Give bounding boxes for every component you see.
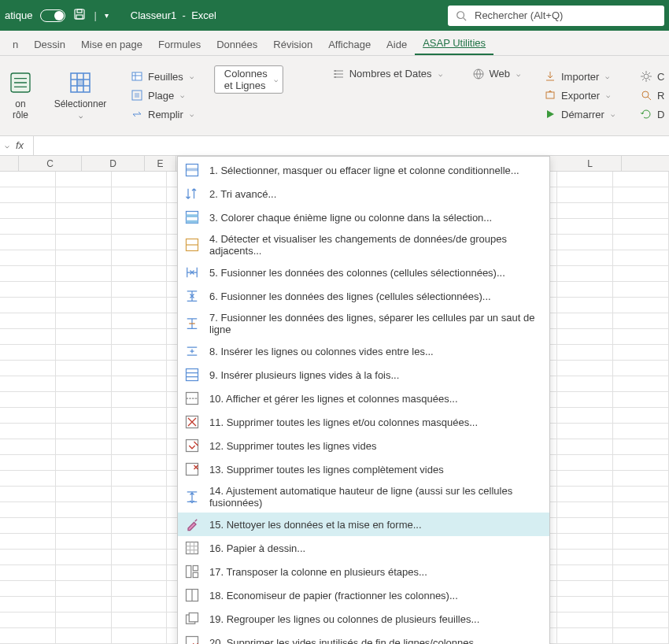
btn-remplir[interactable]: Remplir⌵ <box>126 105 198 123</box>
tab-donnees[interactable]: Données <box>209 34 265 55</box>
btn-options-r[interactable]: R <box>635 87 669 104</box>
svg-rect-30 <box>187 464 198 476</box>
autosave-label: atique <box>5 9 32 21</box>
tab-main-partial[interactable]: n <box>5 34 26 55</box>
tab-formules[interactable]: Formules <box>150 34 209 55</box>
refresh-icon <box>640 108 652 120</box>
chevron-down-icon: ⌵ <box>274 76 278 83</box>
btn-options-c[interactable]: C <box>635 68 669 85</box>
svg-rect-1 <box>77 9 82 13</box>
tab-mise-en-page[interactable]: Mise en page <box>73 34 150 55</box>
delete-empty-rows-icon <box>184 438 200 453</box>
grid-select-icon <box>68 70 93 95</box>
ribbon-group-left-partial: onrôle <box>0 56 41 135</box>
svg-rect-38 <box>187 637 198 645</box>
svg-rect-29 <box>187 440 198 452</box>
menu-item-7[interactable]: 7. Fusionner les données des lignes, sép… <box>178 308 549 339</box>
menu-item-17[interactable]: 17. Transposer la colonne en plusieurs é… <box>178 560 549 583</box>
formula-input[interactable] <box>33 136 664 156</box>
chevron-down-icon: ⌵ <box>190 72 194 80</box>
btn-exporter[interactable]: Exporter⌵ <box>539 87 619 104</box>
chevron-down-icon: ⌵ <box>606 91 610 99</box>
menu-item-4[interactable]: 4. Détecter et visualiser les changement… <box>178 229 549 261</box>
btn-web[interactable]: Web⌵ <box>468 65 526 83</box>
paper-saver-icon <box>184 587 200 603</box>
svg-point-14 <box>334 76 336 78</box>
menu-item-15[interactable]: 15. Nettoyer les données et la mise en f… <box>178 513 549 536</box>
gear-icon <box>640 70 652 83</box>
menu-item-1[interactable]: 1. Sélectionner, masquer ou effacer lign… <box>178 158 549 182</box>
menu-item-20[interactable]: 20. Supprimer les vides inutilisés de fi… <box>178 631 549 644</box>
play-icon <box>544 108 556 120</box>
insert-rows-icon <box>184 367 200 383</box>
colonnes-lignes-menu: 1. Sélectionner, masquer ou effacer lign… <box>177 156 550 644</box>
menu-item-8[interactable]: 8. Insérer les lignes ou colonnes vides … <box>178 339 549 363</box>
chevron-down-icon: ⌵ <box>180 91 184 99</box>
svg-rect-34 <box>193 572 198 577</box>
btn-demarrer[interactable]: Démarrer⌵ <box>539 105 619 123</box>
delete-all-empty-icon <box>184 461 200 477</box>
btn-partial-left[interactable]: onrôle <box>5 59 36 131</box>
name-box-chevron-icon[interactable]: ⌵ <box>5 141 9 150</box>
btn-selectionner-label: Sélectionner⌵ <box>54 98 107 121</box>
chevron-down-icon: ⌵ <box>190 110 194 118</box>
detect-changes-icon <box>184 237 200 253</box>
fill-icon <box>131 108 143 120</box>
menu-item-18[interactable]: 18. Economiseur de papier (fractionner l… <box>178 583 549 607</box>
save-icon[interactable] <box>73 8 86 23</box>
menu-item-19[interactable]: 19. Regrouper les lignes ou colonnes de … <box>178 607 549 631</box>
tab-aide[interactable]: Aide <box>379 34 415 55</box>
autosave-toggle[interactable] <box>40 9 65 22</box>
btn-options-d[interactable]: D <box>635 105 669 123</box>
insert-blank-icon <box>184 343 200 359</box>
tab-dessin[interactable]: Dessin <box>26 34 73 55</box>
menu-item-12[interactable]: 12. Supprimer toutes les lignes vides <box>178 434 549 457</box>
menu-item-14[interactable]: 14. Ajustement automatique hauteur de li… <box>178 481 549 513</box>
delete-hidden-icon <box>184 414 200 430</box>
menu-item-11[interactable]: 11. Supprimer toutes les lignes et/ou co… <box>178 410 549 434</box>
menu-item-2[interactable]: 2. Tri avancé... <box>178 182 549 205</box>
menu-item-16[interactable]: 16. Papier à dessin... <box>178 536 549 560</box>
svg-point-12 <box>334 70 336 72</box>
btn-nombres-dates[interactable]: Nombres et Dates⌵ <box>327 65 447 83</box>
color-rows-icon <box>184 209 200 225</box>
menu-item-3[interactable]: 3. Colorer chaque énième ligne ou colonn… <box>178 205 549 229</box>
worksheet[interactable]: C D E L 1. Sélectionner, masquer ou effa… <box>0 156 669 644</box>
btn-colonnes-lignes[interactable]: Colonnes et Lignes⌵ <box>214 65 283 94</box>
svg-rect-23 <box>187 214 198 217</box>
autofit-icon <box>184 489 200 505</box>
menu-item-6[interactable]: 6. Fusionner les données des lignes (cel… <box>178 284 549 308</box>
tab-affichage[interactable]: Affichage <box>320 34 379 55</box>
tab-asap-utilities[interactable]: ASAP Utilities <box>415 32 493 55</box>
col-header-c[interactable]: C <box>19 156 82 171</box>
menu-item-10[interactable]: 10. Afficher et gérer les lignes et colo… <box>178 387 549 410</box>
qat-customize-icon[interactable]: ▾ <box>105 11 109 20</box>
search-box[interactable]: Rechercher (Alt+Q) <box>448 6 664 26</box>
svg-rect-21 <box>187 168 198 172</box>
btn-importer[interactable]: Importer⌵ <box>539 68 619 85</box>
svg-point-3 <box>457 11 464 18</box>
svg-rect-7 <box>77 80 83 86</box>
chevron-down-icon: ⌵ <box>438 70 442 78</box>
group-sheets-icon <box>184 611 200 627</box>
range-icon <box>131 89 143 102</box>
col-header-d[interactable]: D <box>82 156 145 171</box>
graph-paper-icon <box>184 540 200 556</box>
import-icon <box>544 70 556 83</box>
menu-item-9[interactable]: 9. Insérer plusieurs lignes vides à la f… <box>178 363 549 387</box>
numbers-icon <box>332 68 345 80</box>
merge-linebreak-icon <box>184 316 200 331</box>
fx-icon[interactable]: fx <box>16 139 24 151</box>
btn-plage[interactable]: Plage⌵ <box>126 87 198 104</box>
menu-item-13[interactable]: 13. Supprimer toutes les lignes complète… <box>178 457 549 481</box>
search-icon <box>456 10 467 21</box>
btn-selectionner[interactable]: Sélectionner⌵ <box>49 59 112 131</box>
col-header-l[interactable]: L <box>559 156 622 171</box>
svg-rect-16 <box>546 92 554 98</box>
menu-item-5[interactable]: 5. Fusionner les données des colonnes (c… <box>178 261 549 284</box>
tab-revision[interactable]: Révision <box>265 34 320 55</box>
col-header-e[interactable]: E <box>145 156 176 171</box>
svg-rect-2 <box>76 15 83 19</box>
sheets-icon <box>131 70 143 83</box>
btn-feuilles[interactable]: Feuilles⌵ <box>126 68 198 85</box>
